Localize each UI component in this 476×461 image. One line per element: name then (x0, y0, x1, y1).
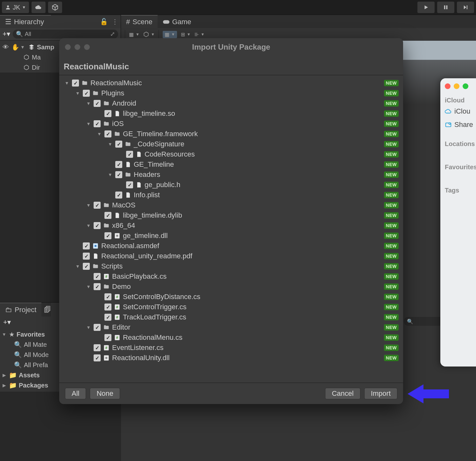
checkbox[interactable]: ✓ (104, 232, 111, 239)
checkbox[interactable]: ✓ (94, 354, 101, 361)
tool-wire[interactable]: ▼ (143, 31, 155, 37)
checkbox[interactable]: ✓ (94, 344, 101, 351)
more-icon[interactable]: ⋮ (112, 18, 118, 25)
project-tab[interactable]: 🗀 Project (0, 303, 41, 317)
package-tree-row[interactable]: ✓Reactional_unity_readme.pdfNEW (60, 251, 402, 261)
checkbox[interactable]: ✓ (104, 212, 111, 219)
checkbox[interactable]: ✓ (94, 324, 101, 331)
checkbox[interactable]: ✓ (83, 90, 90, 97)
package-tree-row[interactable]: ▼✓ScriptsNEW (60, 261, 402, 271)
finder-window-controls[interactable] (440, 78, 476, 94)
window-controls[interactable] (65, 44, 90, 50)
checkbox[interactable]: ✓ (83, 253, 90, 260)
checkbox[interactable]: ✓ (94, 120, 101, 127)
console-tab[interactable]: 🗐 (41, 303, 51, 317)
checkbox[interactable]: ✓ (115, 192, 122, 199)
package-tree-row[interactable]: ▼✓x86_64NEW (60, 220, 402, 231)
checkbox[interactable]: ✓ (104, 334, 111, 341)
package-tree-row[interactable]: ✓Reactional.asmdefNEW (60, 241, 402, 251)
fold-icon[interactable]: ▼ (85, 101, 92, 106)
tool-shaded[interactable]: ▦▼ (129, 31, 139, 38)
checkbox[interactable]: ✓ (94, 273, 101, 280)
checkbox[interactable]: ✓ (126, 151, 133, 158)
package-button[interactable] (48, 2, 62, 13)
checkbox[interactable]: ✓ (115, 141, 122, 148)
package-tree-row[interactable]: ▼✓ReactionalMusicNEW (60, 78, 402, 88)
checkbox[interactable]: ✓ (104, 293, 111, 300)
checkbox[interactable]: ✓ (126, 181, 133, 188)
fold-icon[interactable]: ▼ (85, 325, 92, 330)
package-tree-row[interactable]: ✓#EventListener.csNEW (60, 343, 402, 353)
tool-grid[interactable]: ▦▼ (163, 31, 177, 38)
all-button[interactable]: All (65, 388, 86, 399)
lock-icon[interactable]: 🔓 (100, 18, 108, 25)
package-tree-row[interactable]: ✓#TrackLoadTrigger.csNEW (60, 312, 402, 322)
package-tree-row[interactable]: ✓ge_timeline.dllNEW (60, 231, 402, 241)
fold-icon[interactable]: ▼ (75, 264, 81, 269)
play-button[interactable] (417, 2, 435, 13)
package-tree-row[interactable]: ✓libge_timeline.dylibNEW (60, 210, 402, 220)
finder-item-icloud-drive[interactable]: iClou (440, 105, 476, 118)
checkbox[interactable]: ✓ (94, 283, 101, 290)
fold-icon[interactable]: ▼ (20, 45, 26, 50)
package-tree-row[interactable]: ▼✓HeadersNEW (60, 170, 402, 180)
package-tree-row[interactable]: ▼✓_CodeSignatureNEW (60, 139, 402, 149)
package-tree-row[interactable]: ✓#SetControlTrigger.csNEW (60, 302, 402, 312)
checkbox[interactable]: ✓ (115, 171, 122, 178)
package-tree-row[interactable]: ✓Info.plistNEW (60, 190, 402, 200)
minimize-icon[interactable] (454, 83, 459, 89)
package-tree-row[interactable]: ▼✓DemoNEW (60, 282, 402, 292)
checkbox[interactable]: ✓ (104, 110, 111, 117)
fold-icon[interactable]: ▼ (107, 142, 113, 147)
package-tree-row[interactable]: ▼✓MacOSNEW (60, 200, 402, 210)
package-tree-row[interactable]: ✓#BasicPlayback.csNEW (60, 271, 402, 282)
hierarchy-tab[interactable]: ☰ Hierarchy (0, 15, 51, 28)
checkbox[interactable]: ✓ (83, 242, 90, 249)
package-tree-row[interactable]: ▼✓PluginsNEW (60, 88, 402, 98)
eye-icon[interactable]: 👁 (3, 44, 10, 51)
tool-incr[interactable]: ⊪▼ (195, 31, 205, 38)
package-tree-row[interactable]: ✓CodeResourcesNEW (60, 149, 402, 159)
fold-icon[interactable]: ▼ (85, 223, 92, 228)
checkbox[interactable]: ✓ (94, 202, 101, 209)
checkbox[interactable]: ✓ (72, 80, 79, 87)
checkbox[interactable]: ✓ (104, 314, 111, 321)
package-tree[interactable]: ▼✓ReactionalMusicNEW▼✓PluginsNEW▼✓Androi… (59, 75, 403, 383)
expand-icon[interactable]: ⤢ (110, 31, 115, 38)
fold-icon[interactable]: ▼ (64, 80, 70, 86)
fold-icon[interactable]: ▼ (107, 172, 113, 177)
add-button[interactable]: +▾ (3, 318, 11, 326)
zoom-icon[interactable] (463, 83, 468, 89)
hand-icon[interactable]: ✋ (11, 43, 18, 51)
package-tree-row[interactable]: ✓ge_public.hNEW (60, 180, 402, 190)
checkbox[interactable]: ✓ (83, 263, 90, 270)
step-button[interactable] (457, 2, 474, 13)
checkbox[interactable]: ✓ (94, 222, 101, 229)
fold-icon[interactable]: ▼ (96, 131, 103, 136)
checkbox[interactable]: ✓ (104, 304, 111, 311)
package-tree-row[interactable]: ✓#SetControlByDistance.csNEW (60, 292, 402, 302)
package-tree-row[interactable]: ▼✓GE_Timeline.frameworkNEW (60, 129, 402, 139)
account-menu[interactable]: JK ▼ (2, 2, 29, 13)
pause-button[interactable] (437, 2, 454, 13)
game-tab[interactable]: Game (158, 15, 196, 28)
cancel-button[interactable]: Cancel (325, 388, 360, 399)
package-tree-row[interactable]: ✓ReactionalUnity.dllNEW (60, 353, 402, 363)
package-tree-row[interactable]: ✓libge_timeline.soNEW (60, 108, 402, 119)
close-icon[interactable] (445, 83, 451, 89)
tool-snap[interactable]: ⊞▼ (181, 31, 191, 38)
package-tree-row[interactable]: ✓GE_TimelineNEW (60, 159, 402, 170)
add-button[interactable]: +▾ (3, 30, 10, 38)
finder-item-shared[interactable]: Share (440, 118, 476, 131)
close-icon[interactable] (65, 44, 71, 50)
import-button[interactable]: Import (364, 388, 397, 399)
hierarchy-search[interactable]: 🔍 All ⤢ (13, 30, 118, 38)
package-tree-row[interactable]: ▼✓EditorNEW (60, 322, 402, 332)
checkbox[interactable]: ✓ (115, 161, 122, 168)
scene-tab[interactable]: # Scene (121, 15, 158, 28)
fold-icon[interactable]: ▼ (85, 203, 92, 208)
fold-icon[interactable]: ▼ (75, 91, 81, 96)
none-button[interactable]: None (90, 388, 120, 399)
zoom-icon[interactable] (84, 44, 90, 50)
checkbox[interactable]: ✓ (94, 100, 101, 107)
